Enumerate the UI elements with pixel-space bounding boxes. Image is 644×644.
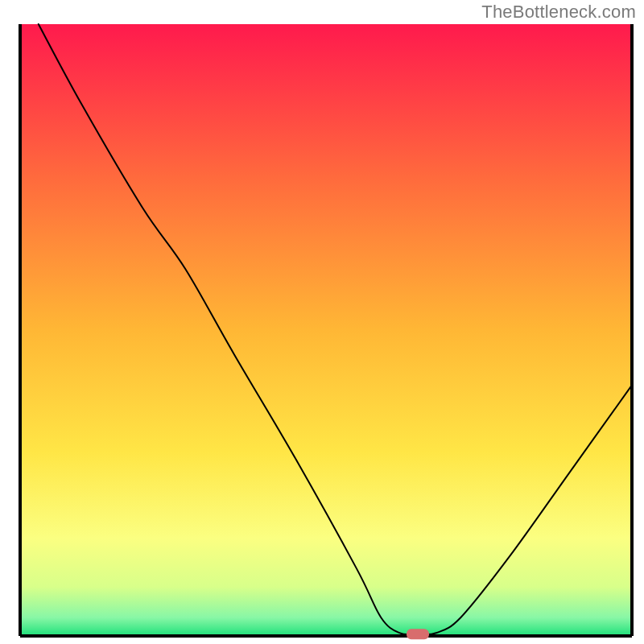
watermark-text: TheBottleneck.com [481, 2, 636, 23]
chart-container: TheBottleneck.com [0, 0, 644, 644]
plot-background [20, 24, 632, 636]
bottleneck-chart [0, 0, 644, 644]
highlight-marker [407, 629, 429, 639]
